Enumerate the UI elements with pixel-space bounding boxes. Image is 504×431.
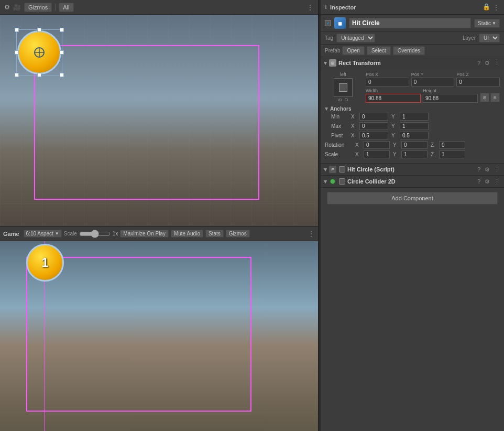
game-view: Game 6:10 Aspect ▼ Scale 1x Maximize On …: [0, 227, 318, 431]
gizmos-game-button[interactable]: Gizmos: [226, 230, 250, 238]
circle-number: 1: [41, 255, 48, 270]
scale-slider[interactable]: [79, 230, 111, 238]
handle-tc[interactable]: [37, 28, 41, 32]
height-input[interactable]: [423, 94, 478, 103]
handle-br[interactable]: [60, 73, 64, 77]
min-label: Min: [331, 114, 348, 120]
pos-x-field: Pos X: [366, 72, 409, 87]
tag-select[interactable]: Untagged: [336, 34, 375, 42]
mute-button[interactable]: Mute Audio: [171, 230, 203, 238]
rot-z-axis: Z: [431, 142, 436, 148]
chevron-icon: ▼: [55, 231, 59, 236]
overrides-button[interactable]: Overrides: [393, 46, 425, 55]
script-help-btn[interactable]: ?: [476, 166, 481, 173]
wh-row: Width Height ⊞: [366, 88, 500, 103]
rot-z-input[interactable]: [439, 141, 465, 149]
stats-button[interactable]: Stats: [205, 230, 224, 238]
pivot-x-input[interactable]: [359, 132, 388, 139]
handle-tr[interactable]: [60, 28, 64, 32]
rt-dots-btn[interactable]: ⋮: [493, 60, 501, 67]
handle-bl[interactable]: [15, 73, 19, 77]
d-label: D: [344, 98, 349, 102]
anchors-header[interactable]: ▶ Anchors: [325, 105, 500, 113]
width-input[interactable]: [366, 94, 421, 103]
prefab-label: Prefab: [325, 48, 340, 53]
hit-circle-script-header[interactable]: ▶ # Hit Circle (Script) ? ⚙ ⋮: [321, 164, 504, 175]
collider-active-check[interactable]: [339, 178, 345, 185]
min-x-input[interactable]: [359, 113, 388, 121]
collider-help-btn[interactable]: ?: [476, 178, 481, 185]
scale-label: Scale: [64, 231, 77, 236]
pos-y-input[interactable]: [411, 78, 455, 87]
pivot-label: Pivot: [331, 133, 348, 138]
collider-settings-btn[interactable]: ⚙: [484, 178, 491, 185]
pivot-x-axis: X: [351, 133, 356, 138]
rt-settings-btn[interactable]: ⚙: [484, 60, 491, 67]
pivot-y-input[interactable]: [400, 132, 429, 139]
pivot-y-axis: Y: [391, 133, 397, 138]
green-dot-icon: [330, 179, 335, 184]
active-checkbox[interactable]: ✓: [325, 20, 331, 26]
max-x-input[interactable]: [359, 122, 388, 130]
object-name-row: ✓ ◼ Static ▼: [321, 15, 504, 32]
tag-label: Tag: [325, 35, 333, 41]
pos-z-field: Pos Z: [456, 72, 500, 87]
tag-layer-row: Tag Untagged Layer UI: [321, 32, 504, 45]
aspect-label: 6:10 Aspect: [26, 231, 53, 236]
maximize-button[interactable]: Maximize On Play: [120, 230, 169, 238]
scale-y-input[interactable]: [401, 150, 428, 158]
pos-x-input[interactable]: [366, 78, 409, 87]
script-active-check[interactable]: [339, 166, 345, 173]
min-y-input[interactable]: [400, 113, 429, 121]
width-label: Width: [366, 88, 421, 93]
gizmos-button[interactable]: Gizmos: [24, 3, 52, 12]
rt-help-btn[interactable]: ?: [476, 60, 481, 66]
static-label: Static: [478, 20, 491, 26]
rot-y-axis: Y: [393, 142, 398, 148]
open-button[interactable]: Open: [342, 46, 364, 55]
layer-select[interactable]: UI: [479, 34, 500, 42]
lock-icon[interactable]: 🔒: [483, 3, 490, 12]
pos-z-input[interactable]: [456, 78, 500, 87]
collider-dots-btn[interactable]: ⋮: [493, 178, 501, 185]
camera-icon: 🎥: [13, 4, 21, 11]
min-x-axis: X: [351, 114, 356, 120]
circle-collider-header[interactable]: ▶ Circle Collider 2D ? ⚙ ⋮: [321, 176, 504, 187]
script-collapse-arrow: ▶: [323, 168, 328, 171]
game-title: Game: [3, 231, 19, 237]
handle-bc[interactable]: [37, 73, 41, 77]
reset-btn[interactable]: R: [490, 93, 500, 102]
scale-x-input[interactable]: [364, 150, 390, 158]
rot-x-input[interactable]: [364, 141, 390, 149]
anchors-max-row: Max X Y: [325, 122, 500, 130]
anchor-visual[interactable]: [334, 78, 353, 97]
game-dots-icon[interactable]: ⋮: [308, 230, 315, 238]
scale-z-input[interactable]: [439, 150, 465, 158]
all-button[interactable]: All: [59, 3, 73, 12]
static-dropdown[interactable]: Static ▼: [474, 19, 500, 28]
handle-tl[interactable]: [15, 28, 19, 32]
pos-y-field: Pos Y: [411, 72, 455, 87]
rot-y-input[interactable]: [401, 141, 428, 149]
select-button[interactable]: Select: [367, 46, 391, 55]
max-y-input[interactable]: [400, 122, 429, 130]
inspector-body: ✓ ◼ Static ▼ Tag Untagged Layer: [321, 15, 504, 431]
handle-rc[interactable]: [60, 50, 64, 55]
b-label: B: [337, 98, 343, 102]
rect-transform-header[interactable]: ▶ ⊞ Rect Transform ? ⚙ ⋮: [321, 57, 504, 69]
dots-icon[interactable]: ⋮: [306, 3, 314, 12]
aspect-lock-btn[interactable]: ⊞: [480, 93, 489, 102]
separator: [55, 4, 56, 11]
aspect-dropdown[interactable]: 6:10 Aspect ▼: [24, 230, 62, 238]
object-name-input[interactable]: [349, 18, 471, 28]
script-settings-btn[interactable]: ⚙: [484, 166, 491, 173]
max-y-axis: Y: [391, 123, 397, 129]
add-component-button[interactable]: Add Component: [327, 192, 498, 204]
script-title: Hit Circle (Script): [347, 166, 474, 173]
script-hash-icon: #: [329, 166, 336, 173]
collider-collapse-arrow: ▶: [323, 180, 328, 183]
script-dots-btn[interactable]: ⋮: [493, 166, 501, 173]
inspector-dots[interactable]: ⋮: [492, 3, 500, 12]
handle-lc[interactable]: [15, 50, 19, 55]
scale-value: 1x: [113, 231, 118, 236]
